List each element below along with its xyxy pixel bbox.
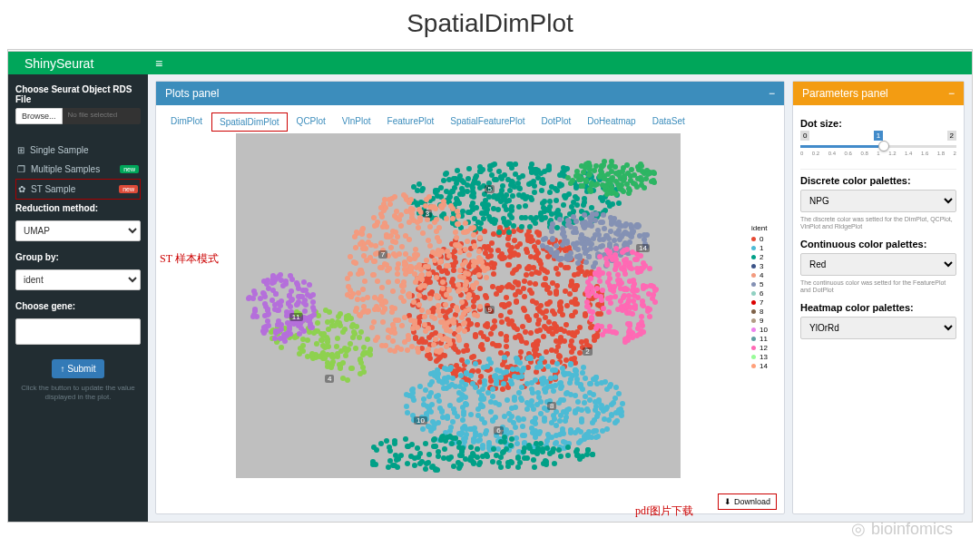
page-title: SpatialDimPlot (0, 0, 980, 49)
badge: new (119, 185, 138, 193)
legend-item: 4 (751, 271, 768, 279)
sidebar-icon: ⊞ (17, 145, 24, 155)
cluster-label: 8 (547, 402, 556, 410)
tab-dimplot[interactable]: DimPlot (163, 112, 210, 132)
collapse-icon[interactable]: − (769, 87, 775, 100)
cluster-label: 6 (494, 426, 503, 435)
plots-panel-title: Plots panel (165, 87, 219, 100)
legend-item: 0 (751, 235, 768, 243)
tab-dataset[interactable]: DataSet (645, 112, 692, 132)
legend: ident 01234567891011121314 (751, 224, 768, 371)
plot-canvas: 35791141068214 (236, 133, 681, 478)
group-select[interactable]: ident (15, 269, 141, 290)
legend-item: 13 (751, 353, 768, 361)
legend-item: 6 (751, 289, 768, 298)
file-label: Choose Seurat Object RDS File (15, 84, 141, 104)
sidebar-item-label: ST Sample (31, 184, 75, 194)
tab-dotplot[interactable]: DotPlot (534, 112, 579, 132)
badge: new (120, 165, 139, 173)
legend-item: 14 (751, 362, 768, 370)
topbar: ShinySeurat ≡ (7, 51, 973, 74)
slider-min: 0 (800, 131, 809, 141)
tabs: DimPlotSpatialDimPlotQCPlotVlnPlotFeatur… (163, 112, 777, 132)
annotation-pdf: pdf图片下载 (635, 503, 693, 519)
legend-item: 1 (751, 244, 768, 252)
sidebar-item-0[interactable]: ⊞Single Sample (15, 141, 141, 160)
params-panel: Parameters panel − Dot size: 0 2 1 00.20… (792, 81, 965, 514)
discrete-select[interactable]: NPG (800, 190, 956, 212)
sidebar-item-1[interactable]: ❐Multiple Samplesnew (15, 160, 141, 179)
legend-item: 12 (751, 344, 768, 352)
continuous-label: Continuous color palettes: (800, 239, 956, 249)
annotation-st-mode: ST 样本模式 (160, 251, 219, 267)
legend-item: 3 (751, 262, 768, 270)
discrete-label: Discrete color palettes: (800, 175, 956, 186)
heatmap-select[interactable]: YlOrRd (800, 317, 956, 339)
tab-spatialfeatureplot[interactable]: SpatialFeaturePlot (443, 112, 532, 132)
legend-item: 10 (751, 326, 768, 334)
legend-item: 9 (751, 317, 768, 325)
browse-button[interactable]: Browse... (15, 108, 63, 124)
watermark: ◎ bioinfomics (851, 519, 953, 539)
reduction-select[interactable]: UMAP (15, 220, 141, 241)
plots-panel: Plots panel − DimPlotSpatialDimPlotQCPlo… (155, 81, 785, 514)
sidebar-item-label: Multiple Samples (31, 164, 100, 174)
cluster-label: 3 (423, 210, 432, 218)
legend-item: 8 (751, 308, 768, 316)
tab-qcplot[interactable]: QCPlot (289, 112, 333, 132)
params-panel-title: Parameters panel (802, 87, 888, 100)
collapse-icon[interactable]: − (948, 87, 955, 100)
legend-item: 5 (751, 280, 768, 288)
reduction-label: Reduction method: (15, 203, 141, 213)
sidebar-icon: ❐ (17, 164, 25, 174)
tab-spatialdimplot[interactable]: SpatialDimPlot (211, 112, 288, 132)
slider-value: 1 (874, 131, 883, 141)
gene-label: Choose gene: (15, 301, 141, 311)
group-label: Group by: (15, 252, 141, 262)
cluster-label: 5 (485, 185, 494, 193)
cluster-label: 14 (636, 244, 650, 252)
slider-max: 2 (947, 131, 956, 141)
sidebar-icon: ✿ (18, 184, 25, 194)
legend-item: 7 (751, 298, 768, 307)
dot-size-slider[interactable]: 0 2 1 00.20.40.60.811.21.41.61.82 (800, 132, 956, 163)
continuous-hint: The continuous color was setted for the … (800, 279, 956, 295)
hamburger-icon[interactable]: ≡ (148, 56, 170, 71)
cluster-label: 4 (325, 375, 334, 383)
cluster-label: 2 (583, 347, 592, 356)
cluster-label: 10 (414, 416, 427, 425)
sidebar-item-label: Single Sample (30, 145, 88, 155)
tab-doheatmap[interactable]: DoHeatmap (580, 112, 642, 132)
tab-vlnplot[interactable]: VlnPlot (335, 112, 378, 132)
legend-item: 11 (751, 335, 768, 343)
download-button[interactable]: ⬇ Download (718, 493, 777, 510)
file-status: No file selected (63, 108, 141, 124)
cluster-label: 7 (378, 250, 387, 259)
brand: ShinySeurat (8, 56, 148, 71)
sidebar: Choose Seurat Object RDS File Browse... … (8, 73, 148, 522)
cluster-label: 11 (289, 313, 303, 321)
discrete-hint: The discrete color was setted for the Di… (800, 216, 956, 231)
continuous-select[interactable]: Red (800, 253, 956, 276)
heatmap-label: Heatmap color palettes: (800, 302, 956, 313)
dot-size-label: Dot size: (800, 118, 956, 129)
sidebar-item-2[interactable]: ✿ST Samplenew (15, 179, 141, 200)
submit-button[interactable]: ↑ Submit (52, 359, 105, 378)
cluster-label: 9 (485, 306, 494, 314)
gene-input[interactable] (15, 318, 141, 345)
wechat-icon: ◎ (851, 519, 866, 539)
legend-item: 2 (751, 253, 768, 261)
legend-title: ident (751, 224, 768, 232)
tab-featureplot[interactable]: FeaturePlot (380, 112, 442, 132)
sidebar-hint: Click the button to update the value dis… (15, 384, 141, 403)
